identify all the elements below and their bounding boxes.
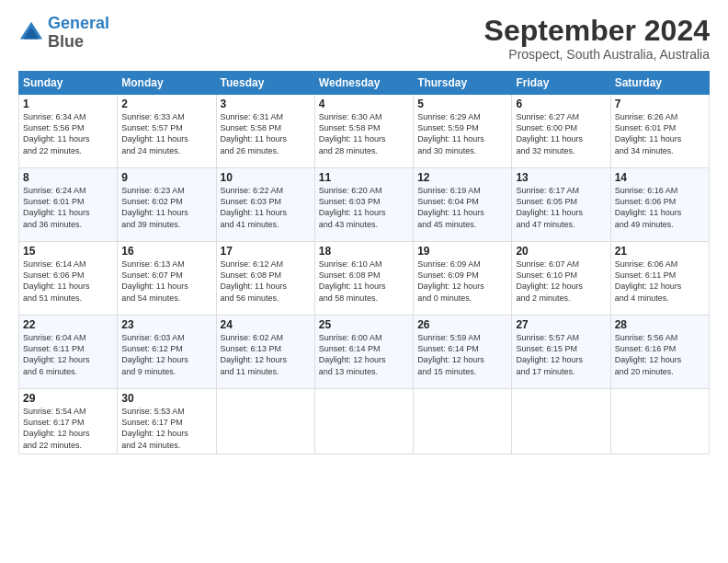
day-info: Sunrise: 6:20 AM Sunset: 6:03 PM Dayligh… (319, 185, 409, 230)
month-title: September 2024 (484, 15, 710, 47)
table-row: 13Sunrise: 6:17 AM Sunset: 6:05 PM Dayli… (512, 168, 610, 242)
day-info: Sunrise: 5:53 AM Sunset: 6:17 PM Dayligh… (121, 406, 211, 451)
day-number: 18 (319, 245, 409, 258)
table-row (216, 389, 314, 454)
title-area: September 2024 Prospect, South Australia… (484, 15, 710, 62)
table-row: 17Sunrise: 6:12 AM Sunset: 6:08 PM Dayli… (216, 242, 314, 316)
day-info: Sunrise: 6:29 AM Sunset: 5:59 PM Dayligh… (417, 111, 507, 156)
day-number: 15 (23, 245, 113, 258)
day-number: 26 (417, 318, 507, 331)
table-row: 19Sunrise: 6:09 AM Sunset: 6:09 PM Dayli… (414, 242, 512, 316)
day-number: 19 (417, 245, 507, 258)
day-number: 28 (615, 318, 705, 331)
col-tuesday: Tuesday (216, 72, 314, 95)
day-info: Sunrise: 6:14 AM Sunset: 6:06 PM Dayligh… (23, 259, 113, 304)
table-row: 25Sunrise: 6:00 AM Sunset: 6:14 PM Dayli… (314, 316, 413, 389)
col-friday: Friday (512, 72, 610, 95)
table-row: 14Sunrise: 6:16 AM Sunset: 6:06 PM Dayli… (610, 168, 709, 242)
page: General Blue September 2024 Prospect, So… (0, 0, 728, 563)
day-info: Sunrise: 6:33 AM Sunset: 5:57 PM Dayligh… (121, 111, 211, 156)
day-number: 11 (319, 171, 409, 184)
day-number: 6 (516, 98, 606, 110)
table-row: 9Sunrise: 6:23 AM Sunset: 6:02 PM Daylig… (118, 168, 216, 242)
day-number: 30 (121, 392, 211, 405)
table-row: 28Sunrise: 5:56 AM Sunset: 6:16 PM Dayli… (610, 316, 709, 389)
day-info: Sunrise: 6:12 AM Sunset: 6:08 PM Dayligh… (221, 259, 311, 304)
day-info: Sunrise: 6:24 AM Sunset: 6:01 PM Dayligh… (23, 185, 113, 230)
logo-text: General Blue (48, 15, 109, 52)
table-row: 18Sunrise: 6:10 AM Sunset: 6:08 PM Dayli… (314, 242, 413, 316)
day-info: Sunrise: 6:10 AM Sunset: 6:08 PM Dayligh… (319, 259, 409, 304)
day-info: Sunrise: 6:27 AM Sunset: 6:00 PM Dayligh… (516, 111, 606, 156)
day-info: Sunrise: 5:59 AM Sunset: 6:14 PM Dayligh… (417, 332, 507, 377)
col-saturday: Saturday (610, 72, 709, 95)
table-row: 29Sunrise: 5:54 AM Sunset: 6:17 PM Dayli… (19, 389, 118, 454)
day-number: 8 (23, 171, 113, 184)
table-row: 21Sunrise: 6:06 AM Sunset: 6:11 PM Dayli… (610, 242, 709, 316)
day-info: Sunrise: 6:17 AM Sunset: 6:05 PM Dayligh… (516, 185, 606, 230)
day-info: Sunrise: 6:07 AM Sunset: 6:10 PM Dayligh… (516, 259, 606, 304)
day-number: 12 (417, 171, 507, 184)
table-row: 23Sunrise: 6:03 AM Sunset: 6:12 PM Dayli… (118, 316, 216, 389)
day-info: Sunrise: 6:23 AM Sunset: 6:02 PM Dayligh… (121, 185, 211, 230)
day-number: 14 (615, 171, 705, 184)
header: General Blue September 2024 Prospect, So… (18, 15, 710, 62)
day-info: Sunrise: 6:09 AM Sunset: 6:09 PM Dayligh… (417, 259, 507, 304)
day-info: Sunrise: 6:02 AM Sunset: 6:13 PM Dayligh… (221, 332, 311, 377)
day-number: 20 (516, 245, 606, 258)
day-number: 3 (221, 98, 311, 110)
day-info: Sunrise: 6:22 AM Sunset: 6:03 PM Dayligh… (221, 185, 311, 230)
day-number: 21 (615, 245, 705, 258)
day-number: 13 (516, 171, 606, 184)
table-row: 8Sunrise: 6:24 AM Sunset: 6:01 PM Daylig… (19, 168, 118, 242)
table-row (512, 389, 610, 454)
col-thursday: Thursday (414, 72, 512, 95)
day-info: Sunrise: 5:54 AM Sunset: 6:17 PM Dayligh… (23, 406, 113, 451)
table-row: 4Sunrise: 6:30 AM Sunset: 5:58 PM Daylig… (314, 95, 413, 168)
calendar-table: Sunday Monday Tuesday Wednesday Thursday… (18, 71, 710, 454)
day-info: Sunrise: 6:06 AM Sunset: 6:11 PM Dayligh… (615, 259, 705, 304)
table-row (414, 389, 512, 454)
day-info: Sunrise: 6:19 AM Sunset: 6:04 PM Dayligh… (417, 185, 507, 230)
day-info: Sunrise: 6:34 AM Sunset: 5:56 PM Dayligh… (23, 111, 113, 156)
day-info: Sunrise: 6:00 AM Sunset: 6:14 PM Dayligh… (319, 332, 409, 377)
day-info: Sunrise: 6:13 AM Sunset: 6:07 PM Dayligh… (121, 259, 211, 304)
table-row: 5Sunrise: 6:29 AM Sunset: 5:59 PM Daylig… (414, 95, 512, 168)
header-row: Sunday Monday Tuesday Wednesday Thursday… (19, 72, 710, 95)
col-sunday: Sunday (19, 72, 118, 95)
day-number: 16 (121, 245, 211, 258)
day-number: 27 (516, 318, 606, 331)
day-info: Sunrise: 5:57 AM Sunset: 6:15 PM Dayligh… (516, 332, 606, 377)
day-info: Sunrise: 6:31 AM Sunset: 5:58 PM Dayligh… (221, 111, 311, 156)
table-row: 2Sunrise: 6:33 AM Sunset: 5:57 PM Daylig… (118, 95, 216, 168)
day-info: Sunrise: 6:03 AM Sunset: 6:12 PM Dayligh… (121, 332, 211, 377)
table-row (314, 389, 413, 454)
day-number: 5 (417, 98, 507, 110)
table-row: 11Sunrise: 6:20 AM Sunset: 6:03 PM Dayli… (314, 168, 413, 242)
table-row: 24Sunrise: 6:02 AM Sunset: 6:13 PM Dayli… (216, 316, 314, 389)
table-row: 6Sunrise: 6:27 AM Sunset: 6:00 PM Daylig… (512, 95, 610, 168)
day-number: 1 (23, 98, 113, 110)
table-row: 22Sunrise: 6:04 AM Sunset: 6:11 PM Dayli… (19, 316, 118, 389)
table-row: 15Sunrise: 6:14 AM Sunset: 6:06 PM Dayli… (19, 242, 118, 316)
col-monday: Monday (118, 72, 216, 95)
day-number: 23 (121, 318, 211, 331)
table-row: 20Sunrise: 6:07 AM Sunset: 6:10 PM Dayli… (512, 242, 610, 316)
day-number: 24 (221, 318, 311, 331)
subtitle: Prospect, South Australia, Australia (484, 47, 710, 62)
day-number: 2 (121, 98, 211, 110)
day-info: Sunrise: 6:04 AM Sunset: 6:11 PM Dayligh… (23, 332, 113, 377)
day-info: Sunrise: 6:26 AM Sunset: 6:01 PM Dayligh… (615, 111, 705, 156)
table-row: 7Sunrise: 6:26 AM Sunset: 6:01 PM Daylig… (610, 95, 709, 168)
day-number: 10 (221, 171, 311, 184)
day-number: 4 (319, 98, 409, 110)
day-number: 17 (221, 245, 311, 258)
day-number: 22 (23, 318, 113, 331)
table-row (610, 389, 709, 454)
day-number: 9 (121, 171, 211, 184)
table-row: 1Sunrise: 6:34 AM Sunset: 5:56 PM Daylig… (19, 95, 118, 168)
day-number: 7 (615, 98, 705, 110)
day-number: 25 (319, 318, 409, 331)
table-row: 26Sunrise: 5:59 AM Sunset: 6:14 PM Dayli… (414, 316, 512, 389)
table-row: 30Sunrise: 5:53 AM Sunset: 6:17 PM Dayli… (118, 389, 216, 454)
